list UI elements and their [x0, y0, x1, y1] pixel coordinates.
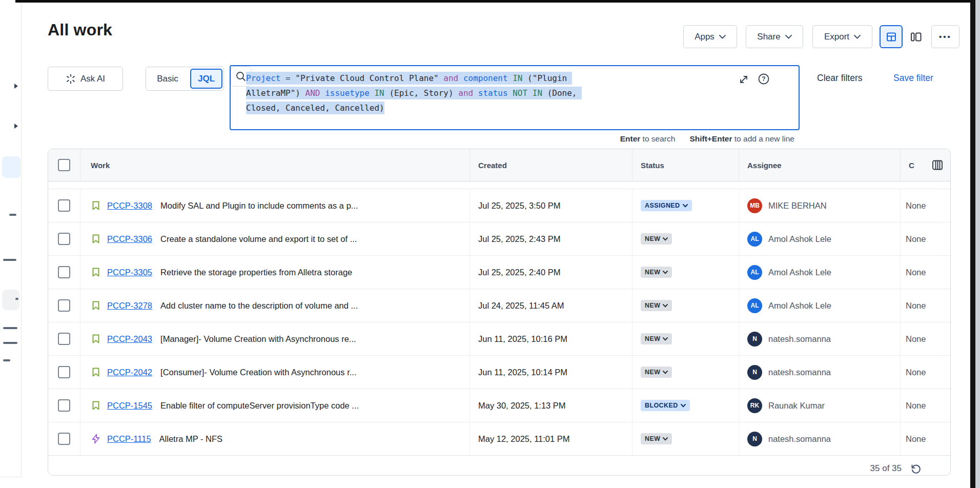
refresh-button[interactable]	[910, 463, 922, 475]
share-button-label: Share	[757, 32, 780, 42]
row-checkbox[interactable]	[58, 233, 70, 245]
issue-key-link[interactable]: PCCP-3306	[107, 234, 152, 244]
issue-summary[interactable]: [Consumer]- Volume Creation with Asynchr…	[160, 368, 356, 377]
select-all-checkbox[interactable]	[58, 159, 70, 171]
status-badge[interactable]: NEW	[641, 233, 672, 245]
more-actions-button[interactable]: •••	[931, 25, 959, 48]
column-header-status[interactable]: Status	[632, 149, 739, 181]
created-cell: Jul 24, 2025, 11:45 AM	[469, 289, 632, 322]
issue-key-link[interactable]: PCCP-3278	[107, 301, 152, 311]
table-view-toggle-button[interactable]	[880, 25, 903, 48]
table-row[interactable]: PCCP-3305 Retrieve the storage propertie…	[48, 256, 950, 289]
story-icon	[91, 234, 101, 244]
row-checkbox[interactable]	[58, 399, 70, 412]
row-count: 35 of 35	[870, 463, 902, 474]
story-icon	[91, 267, 101, 277]
table-row[interactable]: PCCP-2042 [Consumer]- Volume Creation wi…	[48, 356, 950, 389]
select-all-cell	[48, 149, 80, 181]
work-cell: PCCP-2043 [Manager]- Volume Creation wit…	[80, 322, 469, 355]
assignee-name: MIKE BERHAN	[768, 201, 827, 211]
sidebar-expand-arrow-icon[interactable]	[14, 84, 18, 89]
avatar[interactable]: MB	[747, 198, 762, 213]
window-top-edge	[15, 0, 975, 3]
row-checkbox[interactable]	[58, 333, 70, 345]
chevron-down-icon	[663, 271, 668, 274]
issue-summary[interactable]: Create a standalone volume and export it…	[160, 234, 357, 244]
status-badge[interactable]: BLOCKED	[641, 400, 690, 411]
apps-button-label: Apps	[695, 32, 714, 42]
avatar[interactable]: N	[747, 432, 762, 446]
jql-query-text[interactable]: Project = "Private Cloud Control Plane" …	[246, 71, 584, 115]
truncated-column-cell: None	[900, 389, 950, 422]
search-icon	[235, 71, 247, 82]
avatar[interactable]: AL	[747, 298, 762, 313]
row-checkbox[interactable]	[58, 266, 70, 278]
column-header-truncated[interactable]: C	[900, 149, 950, 181]
help-icon[interactable]: ?	[758, 73, 770, 85]
status-badge[interactable]: NEW	[641, 300, 672, 311]
jql-input[interactable]: Project = "Private Cloud Control Plane" …	[230, 65, 800, 130]
issue-summary[interactable]: Enable filter of computeServer provision…	[160, 401, 359, 411]
row-select-cell	[48, 322, 80, 355]
status-cell: NEW	[632, 356, 739, 389]
issue-key-link[interactable]: PCCP-2042	[107, 368, 152, 377]
jql-mode-tab[interactable]: JQL	[190, 69, 222, 89]
status-badge[interactable]: NEW	[641, 267, 672, 278]
column-header-work[interactable]: Work	[80, 149, 469, 181]
row-select-cell	[48, 289, 80, 322]
window-right-scroll-edge	[975, 0, 980, 488]
status-label: NEW	[645, 269, 660, 276]
issue-key-link[interactable]: PCCP-3305	[107, 268, 152, 277]
avatar[interactable]: N	[747, 365, 762, 380]
column-header-created[interactable]: Created	[469, 149, 632, 181]
table-row[interactable]: PCCP-3306 Create a standalone volume and…	[48, 222, 950, 256]
status-badge[interactable]: NEW	[641, 333, 672, 344]
status-badge[interactable]: NEW	[641, 367, 672, 378]
chevron-down-icon	[854, 35, 861, 39]
basic-mode-tab[interactable]: Basic	[146, 74, 189, 84]
save-filter-button[interactable]: Save filter	[893, 73, 933, 84]
columns-settings-icon[interactable]	[931, 158, 944, 172]
row-checkbox[interactable]	[58, 366, 70, 378]
work-cell: PCCP-1545 Enable filter of computeServer…	[80, 389, 469, 422]
row-checkbox[interactable]	[58, 199, 70, 212]
apps-button[interactable]: Apps	[683, 25, 737, 48]
avatar[interactable]: RK	[747, 398, 762, 413]
table-row[interactable]: PCCP-3308 Modify SAL and Plugin to inclu…	[48, 189, 950, 222]
column-header-assignee[interactable]: Assignee	[739, 149, 900, 181]
table-row[interactable]: PCCP-1115 Alletra MP - NFS May 12, 2025,…	[48, 422, 950, 455]
avatar[interactable]: N	[747, 332, 762, 347]
issue-summary[interactable]: Add cluster name to the description of v…	[160, 301, 358, 311]
issue-key-link[interactable]: PCCP-1545	[107, 401, 152, 411]
sidebar-item-fragment	[3, 259, 16, 261]
avatar[interactable]: AL	[747, 265, 762, 280]
sidebar-expand-arrow-icon[interactable]	[14, 124, 18, 129]
issue-summary[interactable]: Retrieve the storage properties from All…	[160, 268, 352, 277]
status-badge[interactable]: ASSIGNED	[641, 200, 692, 211]
row-checkbox[interactable]	[58, 299, 70, 312]
table-row[interactable]: PCCP-1545 Enable filter of computeServer…	[48, 389, 950, 422]
issue-summary[interactable]: [Manager]- Volume Creation with Asynchro…	[160, 334, 356, 344]
shift-enter-hint: Shift+Enter to add a new line	[689, 134, 794, 144]
created-cell: May 12, 2025, 11:01 PM	[469, 422, 632, 455]
issue-key-link[interactable]: PCCP-2043	[107, 334, 152, 344]
status-label: NEW	[645, 369, 660, 376]
table-row[interactable]: PCCP-2043 [Manager]- Volume Creation wit…	[48, 322, 950, 356]
issue-key-link[interactable]: PCCP-1115	[107, 434, 151, 444]
row-checkbox[interactable]	[58, 433, 70, 445]
detail-view-toggle-button[interactable]	[905, 25, 927, 48]
table-row[interactable]: PCCP-3278 Add cluster name to the descri…	[48, 289, 950, 322]
issue-summary[interactable]: Alletra MP - NFS	[159, 434, 222, 444]
sidebar-selected-item[interactable]	[2, 156, 21, 178]
export-button[interactable]: Export	[812, 25, 872, 48]
status-badge[interactable]: NEW	[641, 433, 672, 444]
expand-editor-icon[interactable]	[738, 74, 749, 85]
issue-summary[interactable]: Modify SAL and Plugin to include comment…	[160, 201, 358, 211]
share-button[interactable]: Share	[746, 25, 803, 48]
avatar[interactable]: AL	[747, 232, 762, 247]
chevron-down-icon	[681, 404, 686, 408]
ask-ai-button[interactable]: Ask AI	[48, 67, 123, 91]
issue-key-link[interactable]: PCCP-3308	[107, 201, 152, 211]
sidebar-hovered-item[interactable]	[2, 290, 19, 310]
clear-filters-button[interactable]: Clear filters	[817, 73, 863, 84]
